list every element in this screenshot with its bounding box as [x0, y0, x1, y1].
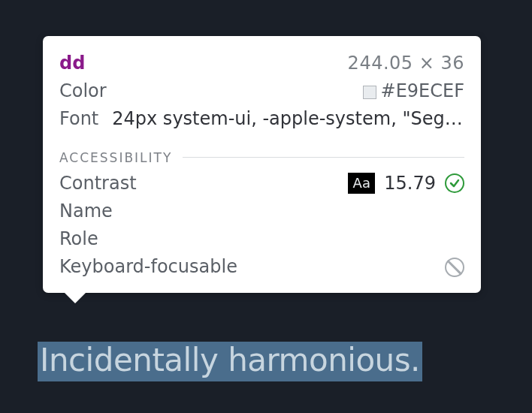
element-inspector-tooltip: dd 244.05 × 36 Color #E9ECEF Font 24px s…	[43, 36, 481, 293]
role-row: Role	[59, 225, 464, 253]
name-row: Name	[59, 197, 464, 225]
keyboard-focusable-row: Keyboard-focusable	[59, 253, 464, 281]
font-value: 24px system-ui, -apple-system, "Segoe…	[112, 105, 464, 133]
color-row: Color #E9ECEF	[59, 77, 464, 105]
inspected-text[interactable]: Incidentally harmonious.	[38, 342, 422, 381]
accessibility-section-header: Accessibility	[59, 150, 464, 165]
accessible-name-label: Name	[59, 197, 113, 225]
contrast-label: Contrast	[59, 170, 137, 197]
element-dimensions: 244.05 × 36	[348, 50, 464, 77]
contrast-preview-badge: Aa	[348, 173, 375, 194]
font-label: Font	[59, 105, 98, 133]
contrast-value: 15.79	[384, 170, 436, 197]
section-divider	[183, 157, 464, 158]
check-circle-icon	[445, 173, 464, 193]
contrast-row: Contrast Aa 15.79	[59, 170, 464, 197]
accessibility-label: Accessibility	[59, 150, 183, 165]
keyboard-focusable-label: Keyboard-focusable	[59, 253, 237, 281]
color-value: #E9ECEF	[381, 77, 464, 105]
color-label: Color	[59, 77, 107, 105]
role-label: Role	[59, 225, 98, 253]
font-row: Font 24px system-ui, -apple-system, "Seg…	[59, 105, 464, 133]
color-swatch-icon	[363, 86, 376, 99]
header-row: dd 244.05 × 36	[59, 50, 464, 77]
not-allowed-icon	[445, 258, 464, 277]
element-tag: dd	[59, 50, 85, 77]
